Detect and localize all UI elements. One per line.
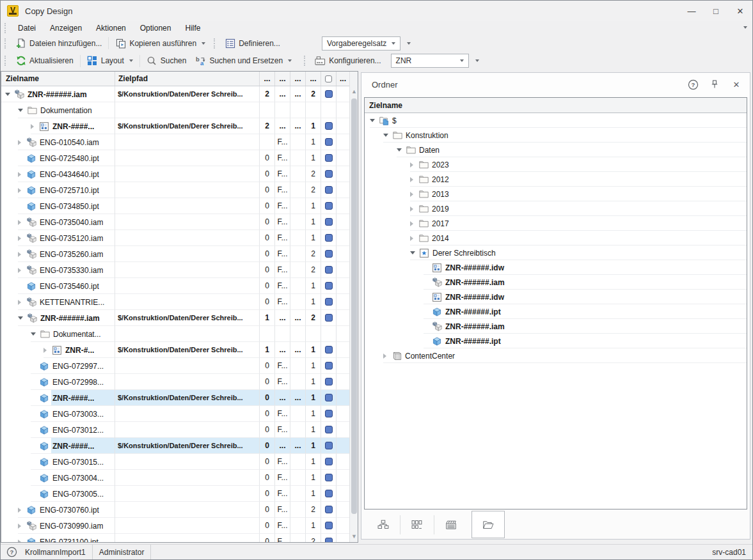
state-square-icon[interactable] (325, 202, 333, 210)
collapsed-arrow-icon[interactable] (18, 524, 21, 529)
collapsed-arrow-icon[interactable] (18, 540, 21, 543)
table-row[interactable]: ENG-073004...0F...1 (1, 470, 349, 486)
state-square-icon[interactable] (325, 234, 333, 242)
state-square-icon[interactable] (325, 138, 333, 146)
table-row[interactable]: ENG-0735460.ipt0F...1 (1, 278, 349, 294)
state-square-icon[interactable] (325, 410, 333, 417)
collapsed-arrow-icon[interactable] (44, 348, 47, 353)
state-square-icon[interactable] (325, 90, 333, 98)
menu-hilfe[interactable]: Hilfe (178, 22, 207, 34)
table-row[interactable]: ENG-0735330.iam0F...2 (1, 262, 349, 278)
state-square-icon[interactable] (325, 474, 333, 481)
state-square-icon[interactable] (325, 378, 333, 385)
status-help-icon[interactable]: ? (6, 547, 17, 558)
table-row[interactable]: Dokumentat... (1, 326, 349, 342)
close-button[interactable]: ✕ (728, 1, 752, 21)
collapsed-arrow-icon[interactable] (410, 162, 413, 167)
col-zielpfad[interactable]: Zielpfad (115, 72, 260, 86)
col-dots-3[interactable]: ... (290, 72, 306, 86)
ruleset-combobox[interactable]: Vorgaberegelsatz (322, 36, 400, 51)
dropdown-arrow-icon[interactable] (129, 59, 133, 62)
state-square-icon[interactable] (325, 538, 333, 542)
dropdown-arrow-icon[interactable] (202, 42, 205, 45)
menu-aktionen[interactable]: Aktionen (89, 22, 133, 34)
folder-tree-row[interactable]: ZNR-######.iam (365, 319, 747, 334)
col-state[interactable] (321, 72, 337, 86)
collapsed-arrow-icon[interactable] (410, 177, 413, 182)
collapsed-arrow-icon[interactable] (410, 221, 413, 226)
collapsed-arrow-icon[interactable] (410, 236, 413, 241)
table-row[interactable]: ENG-0735040.iam0F...1 (1, 214, 349, 230)
folder-tree-row[interactable]: 2014 (365, 231, 747, 245)
folder-tree-row[interactable]: $ (365, 113, 747, 128)
table-row[interactable]: ZNR-####...$/Konstruktion/Daten/Derer Sc… (1, 118, 349, 134)
col-dots-2[interactable]: ... (275, 72, 290, 86)
table-row[interactable]: ENG-072997...0F...1 (1, 358, 349, 374)
state-square-icon[interactable] (325, 170, 333, 178)
scrollbar-thumb[interactable] (351, 98, 357, 514)
folder-tree-row[interactable]: Derer Schreibtisch (365, 245, 747, 260)
expanded-arrow-icon[interactable] (5, 93, 10, 96)
folder-tree-row[interactable]: ZNR-######.idw (365, 260, 747, 275)
search-replace-button[interactable]: ba Suchen und Ersetzen (191, 53, 296, 68)
collapsed-arrow-icon[interactable] (18, 508, 21, 513)
table-row[interactable]: ENG-073005...0F...1 (1, 486, 349, 502)
folder-tree-row[interactable]: 2019 (365, 201, 747, 216)
table-row[interactable]: ZNR-####...$/Konstruktion/Daten/Derer Sc… (1, 390, 349, 406)
col-dots-4[interactable]: ... (306, 72, 321, 86)
folder-tree-row[interactable]: 2013 (365, 187, 747, 201)
toolbar-overflow-icon[interactable] (475, 59, 479, 62)
menu-overflow-icon[interactable] (743, 26, 747, 29)
table-row[interactable]: ENG-0730990.iam0F...1 (1, 518, 349, 534)
state-square-icon[interactable] (325, 186, 333, 194)
scheme-combobox[interactable]: ZNR (391, 54, 469, 68)
table-row[interactable]: ENG-0735120.iam0F...1 (1, 230, 349, 246)
scroll-up-icon[interactable]: ▲ (350, 87, 358, 96)
state-square-icon[interactable] (325, 314, 333, 322)
col-zielname[interactable]: Zielname (1, 72, 115, 86)
panel-tab-clapper[interactable] (434, 511, 468, 538)
collapsed-arrow-icon[interactable] (410, 192, 413, 197)
menu-anzeigen[interactable]: Anzeigen (43, 22, 89, 34)
toolbar-overflow-icon[interactable] (407, 42, 411, 45)
expanded-arrow-icon[interactable] (18, 316, 23, 320)
folder-tree-row[interactable]: ZNR-######.idw (365, 290, 747, 304)
expanded-arrow-icon[interactable] (383, 134, 388, 137)
expanded-arrow-icon[interactable] (410, 251, 415, 254)
collapsed-arrow-icon[interactable] (410, 206, 413, 212)
table-row[interactable]: ZNR-######.iam$/Konstruktion/Daten/Derer… (1, 86, 349, 102)
collapsed-arrow-icon[interactable] (18, 300, 21, 305)
expanded-arrow-icon[interactable] (18, 109, 23, 112)
state-square-icon[interactable] (325, 154, 333, 162)
table-row[interactable]: ENG-073003...0F...1 (1, 406, 349, 422)
table-row[interactable]: ENG-0735260.iam0F...2 (1, 246, 349, 262)
state-square-icon[interactable] (325, 490, 333, 497)
state-square-icon[interactable] (325, 506, 333, 513)
table-row[interactable]: ENG-0734850.ipt0F...1 (1, 198, 349, 214)
collapsed-arrow-icon[interactable] (18, 252, 21, 257)
state-square-icon[interactable] (325, 442, 333, 449)
state-square-icon[interactable] (325, 218, 333, 226)
folder-tree-row[interactable]: ZNR-######.ipt (365, 334, 747, 348)
pin-icon[interactable] (709, 79, 720, 90)
layout-button[interactable]: Layout (83, 53, 138, 68)
help-icon[interactable]: ? (687, 79, 699, 90)
panel-close-icon[interactable]: ✕ (731, 79, 742, 90)
table-row[interactable]: ENG-0725710.ipt0F...2 (1, 182, 349, 198)
vertical-scrollbar[interactable]: ▲ ▼ (349, 72, 358, 542)
search-button[interactable]: Suchen (142, 53, 191, 68)
expanded-arrow-icon[interactable] (397, 148, 402, 152)
table-row[interactable]: Dokumentation (1, 102, 349, 118)
folder-tree-row[interactable]: 2023 (365, 157, 747, 172)
folder-tree-row[interactable]: ZNR-######.iam (365, 275, 747, 290)
col-dots-5[interactable]: ... (337, 72, 349, 86)
panel-tab-modules[interactable] (400, 511, 434, 538)
state-square-icon[interactable] (325, 282, 333, 290)
panel-tab-hierarchy[interactable] (367, 511, 400, 538)
collapsed-arrow-icon[interactable] (18, 188, 21, 193)
scroll-down-icon[interactable]: ▼ (350, 532, 358, 541)
configure-button[interactable]: Konfigurieren... (310, 53, 385, 68)
collapsed-arrow-icon[interactable] (31, 124, 34, 129)
state-square-icon[interactable] (325, 122, 333, 130)
collapsed-arrow-icon[interactable] (18, 172, 21, 177)
